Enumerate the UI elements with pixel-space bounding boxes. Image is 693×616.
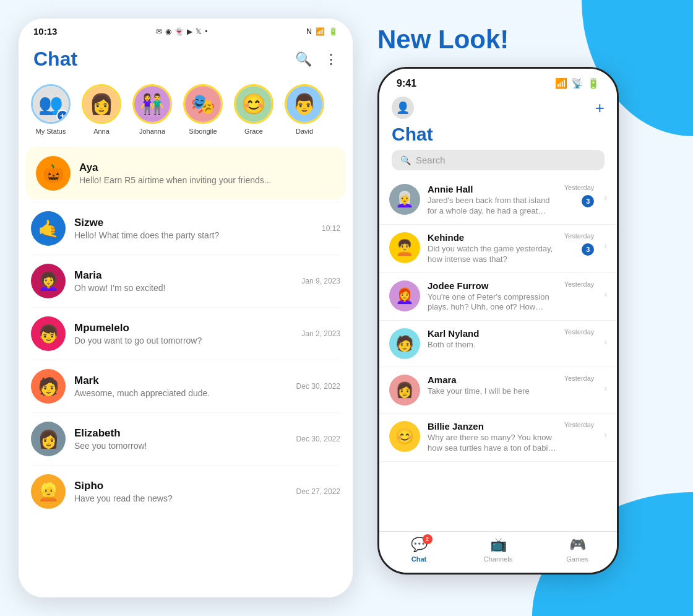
annie-avatar: 👩‍🦳 (389, 184, 420, 215)
android-app-header: Chat 🔍 ⋮ (19, 41, 353, 78)
aya-avatar: 🎃 (36, 156, 71, 191)
ios-app-title: Chat (392, 124, 605, 145)
chat-item-elizabeth[interactable]: 👩 Elizabeth See you tomorrow! Dec 30, 20… (19, 413, 353, 465)
story-my-status[interactable]: 👥 + My Status (31, 84, 71, 135)
sizwe-time: 10:12 (322, 224, 340, 233)
mark-info: Mark Awesome, much appreciated dude. (74, 375, 288, 398)
ios-chat-amara[interactable]: 👩 Amara Take your time, I will be here Y… (379, 367, 617, 414)
my-status-avatar: 👥 + (31, 84, 71, 124)
sipho-preview: Have you read the news? (74, 493, 288, 503)
karl-avatar: 🧑 (389, 328, 420, 359)
right-side: New Look! 9:41 📶 📡 🔋 👤 + Chat (377, 19, 674, 575)
plus-badge: + (56, 110, 69, 122)
sipho-avatar: 👱 (31, 474, 66, 509)
mpumelelo-avatar: 👦 (31, 316, 66, 351)
maria-preview: Oh wow! I'm so excited! (74, 283, 293, 293)
android-time: 10:13 (33, 26, 57, 37)
ios-chat-kehinde[interactable]: 🧑‍🦱 Kehinde Did you watch the game yeste… (379, 225, 617, 273)
sizwe-info: Sizwe Hello! What time does the party st… (74, 217, 313, 240)
elizabeth-name: Elizabeth (74, 427, 288, 440)
tab-channels[interactable]: 📺 Channels (458, 537, 538, 563)
games-tab-label: Games (566, 555, 588, 563)
games-tab-icon: 🎮 (569, 537, 586, 553)
aya-preview: Hello! Earn R5 airtime when inviting you… (79, 175, 335, 185)
amara-name: Amara (428, 375, 557, 385)
dot-icon: • (205, 27, 207, 36)
aya-name: Aya (79, 162, 335, 174)
karl-name: Karl Nyland (428, 328, 557, 339)
karl-chevron: › (604, 337, 607, 347)
ios-compose-button[interactable]: + (595, 98, 605, 118)
story-sibongile[interactable]: 🎭 Sibongile (183, 84, 223, 135)
kehinde-chevron: › (604, 241, 607, 251)
ios-search-icon: 🔍 (400, 155, 411, 165)
ios-user-avatar[interactable]: 👤 (392, 97, 414, 119)
story-grace[interactable]: 😊 Grace (234, 84, 273, 135)
karl-info: Karl Nyland Both of them. (428, 328, 557, 350)
story-johanna[interactable]: 👫 Johanna (132, 84, 172, 135)
chat-item-sipho[interactable]: 👱 Sipho Have you read the news? Dec 27, … (19, 466, 353, 518)
amara-meta: Yesterday (564, 375, 595, 382)
elizabeth-meta: Dec 30, 2022 (296, 435, 340, 443)
elizabeth-info: Elizabeth See you tomorrow! (74, 427, 288, 451)
sizwe-avatar: 🤙 (31, 211, 66, 246)
sizwe-name: Sizwe (74, 217, 313, 229)
kehinde-avatar: 🧑‍🦱 (389, 232, 420, 263)
annie-badge: 3 (582, 195, 594, 207)
elizabeth-avatar: 👩 (31, 422, 66, 456)
story-anna[interactable]: 👩 Anna (82, 84, 121, 135)
nfc-icon: N (306, 27, 312, 36)
sipho-name: Sipho (74, 480, 288, 492)
david-label: David (296, 128, 313, 135)
wifi-icon: 📶 (316, 27, 325, 36)
ios-phone: 9:41 📶 📡 🔋 👤 + Chat 🔍 Search (377, 67, 619, 575)
search-icon[interactable]: 🔍 (295, 51, 312, 67)
billie-avatar: 😊 (389, 421, 420, 452)
billie-time: Yesterday (564, 421, 595, 428)
ios-chat-karl[interactable]: 🧑 Karl Nyland Both of them. Yesterday › (379, 321, 617, 367)
jodee-preview: You're one of Peter's compression plays,… (428, 292, 557, 313)
jodee-chevron: › (604, 289, 607, 299)
maria-time: Jan 9, 2023 (301, 277, 340, 285)
kehinde-meta: Yesterday 3 (564, 232, 595, 256)
ios-chat-jodee[interactable]: 👩‍🦰 Jodee Furrow You're one of Peter's c… (379, 273, 617, 321)
maria-meta: Jan 9, 2023 (301, 277, 340, 285)
mark-avatar: 🧑 (31, 369, 66, 404)
ios-chat-annie[interactable]: 👩‍🦳 Annie Hall Jared's been back from th… (379, 176, 617, 225)
ios-search-bar[interactable]: 🔍 Search (392, 150, 605, 170)
sipho-time: Dec 27, 2022 (296, 487, 340, 496)
chat-tab-badge: 2 (423, 534, 433, 544)
chat-item-mpumelelo[interactable]: 👦 Mpumelelo Do you want to go out tomorr… (19, 308, 353, 360)
tab-games[interactable]: 🎮 Games (538, 537, 617, 563)
main-container: 10:13 ✉ ◉ 👻 ▶ 𝕏 • N 📶 🔋 Chat 🔍 ⋮ (0, 0, 693, 616)
sipho-info: Sipho Have you read the news? (74, 480, 288, 503)
more-icon[interactable]: ⋮ (324, 51, 338, 67)
billie-preview: Why are there so many? You know how sea … (428, 433, 557, 454)
chat-tab-label: Chat (411, 555, 426, 563)
sibongile-label: Sibongile (189, 128, 217, 135)
mpumelelo-info: Mpumelelo Do you want to go out tomorrow… (74, 322, 293, 345)
grace-avatar: 😊 (234, 84, 273, 124)
david-avatar: 👨 (285, 84, 324, 124)
sipho-meta: Dec 27, 2022 (296, 487, 340, 496)
maria-avatar: 👩‍🦱 (31, 264, 66, 298)
chat-item-mark[interactable]: 🧑 Mark Awesome, much appreciated dude. D… (19, 360, 353, 412)
jodee-meta: Yesterday (564, 280, 595, 288)
billie-info: Billie Janzen Why are there so many? You… (428, 421, 557, 454)
android-header-icons: 🔍 ⋮ (295, 51, 338, 67)
story-david[interactable]: 👨 David (285, 84, 324, 135)
ios-chat-billie[interactable]: 😊 Billie Janzen Why are there so many? Y… (379, 414, 617, 462)
chat-item-aya[interactable]: 🎃 Aya Hello! Earn R5 airtime when inviti… (26, 147, 345, 199)
android-phone: 10:13 ✉ ◉ 👻 ▶ 𝕏 • N 📶 🔋 Chat 🔍 ⋮ (19, 19, 353, 597)
chat-item-maria[interactable]: 👩‍🦱 Maria Oh wow! I'm so excited! Jan 9,… (19, 255, 353, 307)
jodee-avatar: 👩‍🦰 (389, 280, 420, 311)
amara-preview: Take your time, I will be here (428, 386, 557, 397)
twitter-icon: 𝕏 (196, 27, 202, 36)
annie-preview: Jared's been back from that island for a… (428, 196, 557, 217)
tab-chat[interactable]: 💬 2 Chat (379, 537, 458, 563)
sizwe-preview: Hello! What time does the party start? (74, 230, 313, 240)
anna-avatar: 👩 (82, 84, 121, 124)
new-look-title: New Look! (377, 19, 674, 54)
mpumelelo-time: Jan 2, 2023 (301, 329, 340, 338)
chat-item-sizwe[interactable]: 🤙 Sizwe Hello! What time does the party … (19, 202, 353, 254)
